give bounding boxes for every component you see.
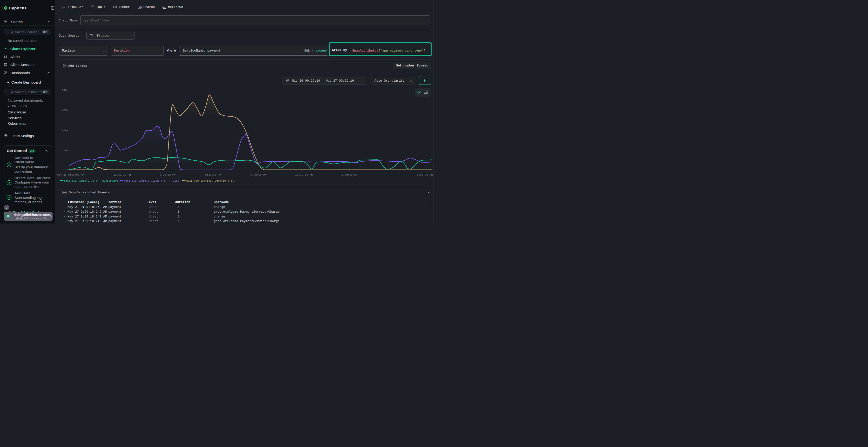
svg-text:300M: 300M (62, 129, 68, 132)
svg-text:·: · (237, 179, 239, 182)
svg-text:6:30:00 PM: 6:30:00 PM (205, 173, 221, 176)
svg-text:·: · (98, 179, 100, 182)
svg-text:May 26 9:00:00 AM: May 26 9:00:00 AM (57, 173, 84, 176)
svg-text:0: 0 (66, 169, 68, 172)
svg-text:mastercard: mastercard (102, 179, 118, 182)
svg-text:visa: visa (173, 179, 179, 182)
svg-text:12:30:00 AM: 12:30:00 AM (295, 173, 313, 176)
svg-text:9:30:00 PM: 9:30:00 PM (250, 173, 267, 176)
svg-text:maxIf(toFloat640..tion))))): maxIf(toFloat640..tion))))) (124, 179, 167, 182)
svg-text:600M: 600M (62, 89, 68, 92)
svg-text:maxIf(toFloat640..Duration)))): maxIf(toFloat640..Duration))))) (186, 179, 236, 182)
svg-text:150M: 150M (62, 149, 68, 152)
svg-text:9:00:00 AM: 9:00:00 AM (417, 173, 433, 176)
svg-text:450M: 450M (62, 109, 68, 112)
svg-text:maxIf(toFloat640..))): maxIf(toFloat640..))) (64, 179, 97, 182)
svg-text:3:30:00 AM: 3:30:00 AM (341, 173, 357, 176)
svg-text:12:30:00 PM: 12:30:00 PM (113, 173, 131, 176)
svg-text:3:30:00 PM: 3:30:00 PM (160, 173, 176, 176)
svg-text:·: · (168, 179, 170, 182)
